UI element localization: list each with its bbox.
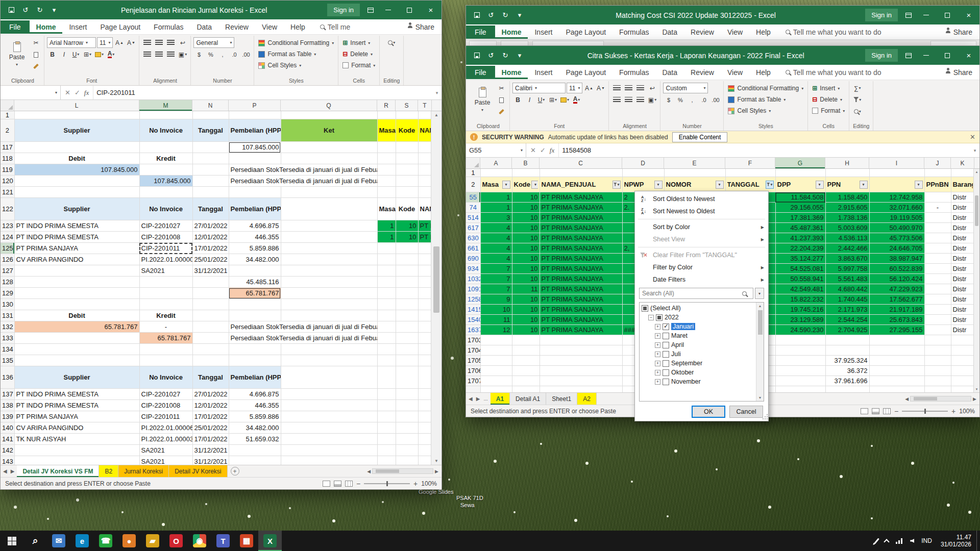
cell-S124[interactable]: 10 bbox=[396, 232, 418, 243]
filter-value-april[interactable]: +April bbox=[640, 340, 764, 349]
row-header-136[interactable]: 136 bbox=[1, 366, 14, 389]
filter-header-NAMA_PENJUAL[interactable]: NAMA_PENJUAL▾ bbox=[540, 177, 622, 192]
cell-kode-1032[interactable]: 10 bbox=[512, 274, 540, 284]
filter-header-NPWP[interactable]: NPWP▾ bbox=[622, 177, 664, 192]
align-bottom-button[interactable] bbox=[635, 83, 646, 93]
cell-ppnbn-661[interactable] bbox=[924, 243, 951, 254]
cell-r1c7[interactable] bbox=[825, 169, 869, 177]
cell-dpp-934[interactable]: 54.525.081 bbox=[775, 264, 825, 274]
cell-dpp-1637[interactable]: 24.590.230 bbox=[775, 325, 825, 335]
cell-R130[interactable] bbox=[377, 299, 396, 310]
cell-Q128[interactable] bbox=[281, 277, 377, 288]
row-header-130[interactable]: 130 bbox=[1, 299, 14, 310]
cell-N134[interactable] bbox=[192, 344, 229, 355]
cell-L138[interactable]: PT INDO PRIMA SEMESTA bbox=[14, 400, 139, 411]
align-right-button[interactable] bbox=[635, 94, 646, 105]
tab-insert[interactable]: Insert bbox=[62, 20, 93, 34]
cell-kode-934[interactable]: 10 bbox=[512, 264, 540, 274]
hscroll-right-icon[interactable]: ▶ bbox=[973, 396, 976, 402]
cell-S140[interactable] bbox=[396, 422, 418, 434]
delete-cells-button[interactable]: ⊟Delete▾ bbox=[811, 94, 846, 105]
cell-M133[interactable]: 65.781.767 bbox=[139, 333, 192, 344]
cell-tot-1637[interactable]: 27.295.155 bbox=[869, 325, 924, 335]
expand-icon[interactable]: + bbox=[655, 352, 660, 357]
italic-button[interactable]: I bbox=[59, 49, 69, 60]
cell-kode-1091[interactable]: 11 bbox=[512, 284, 540, 294]
cell-P126[interactable]: 34.482.000 bbox=[229, 254, 281, 265]
tab-home[interactable]: Home bbox=[30, 20, 63, 34]
filter-header-Kode[interactable]: Kode▾ bbox=[512, 177, 540, 192]
tab-page-layout[interactable]: Page Layout bbox=[559, 66, 612, 79]
row-header-120[interactable]: 120 bbox=[1, 176, 14, 187]
filter-search-input[interactable] bbox=[639, 288, 753, 299]
cell-S126[interactable] bbox=[396, 254, 418, 265]
cell-R1[interactable] bbox=[377, 111, 396, 119]
wrap-text-button[interactable]: ↩ bbox=[647, 83, 657, 93]
sheet-tab-a1[interactable]: A1 bbox=[491, 393, 510, 405]
cell-L141[interactable]: TK NUR AISYAH bbox=[14, 434, 139, 445]
cell-nama-514[interactable]: PT PRIMA SANJAYA bbox=[540, 213, 622, 223]
cell-tot-1703[interactable] bbox=[869, 335, 924, 345]
horizontal-scrollbar[interactable] bbox=[910, 396, 971, 402]
cell-N136[interactable]: Tanggal bbox=[192, 366, 229, 389]
column-header-A[interactable]: A bbox=[480, 158, 512, 168]
volume-icon[interactable] bbox=[906, 531, 918, 551]
cell-ppnbn-1706[interactable] bbox=[924, 366, 951, 376]
row-header-129[interactable]: 129 bbox=[1, 288, 14, 299]
menu-item-date-filters[interactable]: Date Filters▶ bbox=[635, 273, 768, 286]
desktop-icon-label-psak[interactable]: PSAK 71D bbox=[456, 495, 483, 501]
tell-me-box[interactable]: Tell me bbox=[320, 23, 350, 31]
page-layout-view-icon[interactable] bbox=[334, 481, 341, 487]
cell-tot-1415[interactable]: 21.917.189 bbox=[869, 305, 924, 315]
cell-tot-1705[interactable] bbox=[869, 356, 924, 366]
wrap-text-button[interactable]: ↩ bbox=[177, 37, 188, 48]
cell-P138[interactable]: 446.355 bbox=[229, 400, 281, 411]
cell-nama-1540[interactable]: PT PRIMA SANJAYA bbox=[540, 315, 622, 325]
sheet-tab-detail-a1[interactable]: Detail A1 bbox=[510, 393, 546, 405]
cell-Q126[interactable] bbox=[281, 254, 377, 265]
shrink-font-button[interactable]: A▼ bbox=[595, 83, 606, 93]
row-header-124[interactable]: 124 bbox=[1, 232, 14, 243]
cell-T127[interactable] bbox=[418, 265, 432, 277]
column-header-R[interactable]: R bbox=[377, 100, 396, 111]
cell-T135[interactable] bbox=[418, 355, 432, 366]
cell-ppnbn-690[interactable] bbox=[924, 254, 951, 264]
cell-S131[interactable] bbox=[396, 310, 418, 321]
align-top-button[interactable] bbox=[611, 83, 622, 93]
cell-nama-934[interactable]: PT PRIMA SANJAYA bbox=[540, 264, 622, 274]
save-icon[interactable] bbox=[470, 48, 483, 63]
row-header-143[interactable]: 143 bbox=[1, 456, 14, 465]
expand-icon[interactable]: + bbox=[655, 379, 660, 385]
cell-S129[interactable] bbox=[396, 288, 418, 299]
cell-Q141[interactable] bbox=[281, 434, 377, 445]
cell-L122[interactable]: Supplier bbox=[14, 198, 139, 220]
cell-T141[interactable] bbox=[418, 434, 432, 445]
cell-ppn-1704[interactable] bbox=[825, 345, 869, 356]
new-sheet-icon[interactable]: + bbox=[231, 467, 239, 475]
expand-formula-bar-icon[interactable]: ▾ bbox=[432, 86, 442, 99]
grow-font-button[interactable]: A▲ bbox=[114, 37, 125, 48]
show-desktop-button[interactable] bbox=[976, 531, 980, 551]
tab-page-layout[interactable]: Page Layout bbox=[93, 20, 147, 34]
tab-data[interactable]: Data bbox=[190, 20, 218, 34]
insert-cells-button[interactable]: ⊞Insert▾ bbox=[811, 83, 846, 94]
checkbox-2022[interactable] bbox=[656, 314, 663, 321]
font-size-select[interactable]: 11▾ bbox=[97, 37, 113, 48]
merge-center-button[interactable]: ▣▾ bbox=[177, 49, 188, 60]
cell-P125[interactable]: 5.859.886 bbox=[229, 243, 281, 254]
ok-button[interactable]: OK bbox=[692, 406, 725, 418]
sheet-nav-right-icon[interactable]: ▶ bbox=[11, 468, 15, 474]
cell-R119[interactable] bbox=[377, 164, 396, 176]
cell-ppnbn-1415[interactable] bbox=[924, 305, 951, 315]
cell-brg-1637[interactable]: Distr bbox=[951, 325, 974, 335]
cell-nama-1704[interactable] bbox=[540, 345, 622, 356]
column-header-B[interactable]: B bbox=[512, 158, 540, 168]
filter-dropdown-button-TANGGAL[interactable]: ▾ bbox=[766, 181, 774, 189]
cell-S138[interactable] bbox=[396, 400, 418, 411]
cell-M135[interactable] bbox=[139, 355, 192, 366]
cell-dpp-1415[interactable]: 19.745.216 bbox=[775, 305, 825, 315]
cell-M117[interactable] bbox=[139, 142, 192, 153]
cell-S139[interactable] bbox=[396, 411, 418, 422]
cell-S117[interactable] bbox=[396, 142, 418, 153]
cell-tot-661[interactable]: 24.646.705 bbox=[869, 243, 924, 254]
